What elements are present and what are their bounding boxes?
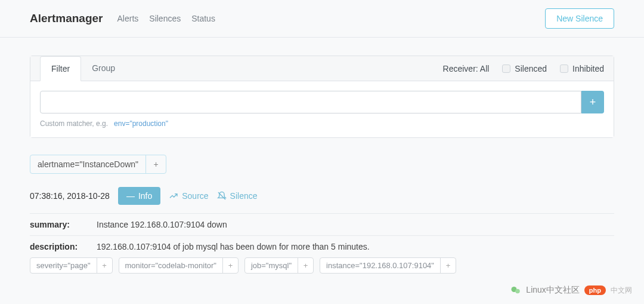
- filter-tag-alertname[interactable]: alertname="InstanceDown" +: [30, 155, 166, 174]
- php-badge: php: [584, 285, 606, 291]
- tab-filter[interactable]: Filter: [40, 56, 81, 81]
- label-text: instance="192.168.0.107:9104": [320, 258, 440, 273]
- label-add[interactable]: +: [440, 258, 456, 273]
- label-monitor[interactable]: monitor="codelab-monitor" +: [119, 257, 239, 274]
- checkbox-icon: [560, 65, 568, 73]
- tabs: Filter Group: [40, 56, 126, 81]
- watermark: Linux中文社区 php 中文网: [510, 285, 632, 291]
- nav-silences[interactable]: Silences: [149, 14, 181, 23]
- inhibited-checkbox[interactable]: Inhibited: [560, 64, 604, 73]
- hint-example-link[interactable]: env="production": [114, 119, 168, 128]
- new-silence-button[interactable]: New Silence: [545, 8, 614, 29]
- source-button-label: Source: [182, 191, 208, 201]
- filter-body: + Custom matcher, e.g. env="production": [30, 81, 614, 137]
- bell-off-icon: [217, 191, 227, 201]
- label-add[interactable]: +: [97, 258, 112, 273]
- summary-value: Instance 192.168.0.107:9104 down: [97, 220, 614, 229]
- filter-tag-text: alertname="InstanceDown": [30, 155, 145, 173]
- alert-timestamp: 07:38:16, 2018-10-28: [30, 191, 110, 201]
- label-job[interactable]: job="mysql" +: [244, 257, 314, 274]
- label-text: monitor="codelab-monitor": [119, 258, 222, 273]
- info-button[interactable]: — Info: [118, 187, 160, 205]
- description-row: description: 192.168.0.107:9104 of job m…: [30, 235, 614, 257]
- checkbox-icon: [502, 65, 510, 73]
- tab-group[interactable]: Group: [81, 56, 126, 81]
- label-add[interactable]: +: [222, 258, 238, 273]
- watermark-text: Linux中文社区: [526, 285, 579, 291]
- wechat-icon: [510, 285, 521, 291]
- description-value: 192.168.0.107:9104 of job mysql has been…: [97, 242, 614, 251]
- active-filters: alertname="InstanceDown" +: [30, 155, 614, 174]
- label-text: severity="page": [30, 258, 97, 273]
- filter-tab-row: Filter Group Receiver: All Silenced Inhi…: [30, 56, 614, 81]
- nav-alerts[interactable]: Alerts: [117, 14, 139, 23]
- silenced-label: Silenced: [515, 64, 547, 73]
- chart-icon: [169, 191, 178, 201]
- inhibited-label: Inhibited: [572, 64, 604, 73]
- alert-labels: severity="page" + monitor="codelab-monit…: [30, 257, 614, 274]
- label-instance[interactable]: instance="192.168.0.107:9104" +: [320, 257, 456, 274]
- label-severity[interactable]: severity="page" +: [30, 257, 113, 274]
- filter-input[interactable]: [40, 91, 581, 113]
- source-button[interactable]: Source: [169, 191, 208, 201]
- label-add[interactable]: +: [298, 258, 313, 273]
- add-filter-button[interactable]: +: [581, 91, 604, 113]
- minus-icon: —: [126, 191, 135, 201]
- summary-row: summary: Instance 192.168.0.107:9104 dow…: [30, 213, 614, 235]
- filter-card: Filter Group Receiver: All Silenced Inhi…: [30, 56, 614, 138]
- nav-left: Alertmanager Alerts Silences Status: [30, 12, 215, 25]
- filter-tag-add[interactable]: +: [145, 155, 166, 173]
- brand: Alertmanager: [30, 12, 103, 25]
- main-content: Filter Group Receiver: All Silenced Inhi…: [0, 38, 644, 291]
- nav-status[interactable]: Status: [191, 14, 215, 23]
- receiver-label: Receiver: All: [443, 64, 490, 73]
- silence-button-label: Silence: [230, 191, 258, 201]
- top-nav: Alertmanager Alerts Silences Status New …: [0, 0, 644, 38]
- silence-button[interactable]: Silence: [217, 191, 258, 201]
- filter-hint: Custom matcher, e.g. env="production": [40, 119, 604, 128]
- info-button-label: Info: [138, 191, 152, 201]
- filter-options: Receiver: All Silenced Inhibited: [443, 64, 604, 73]
- silenced-checkbox[interactable]: Silenced: [502, 64, 547, 73]
- filter-input-row: +: [40, 91, 604, 113]
- label-text: job="mysql": [245, 258, 298, 273]
- alert-header: 07:38:16, 2018-10-28 — Info Source Silen…: [30, 187, 614, 205]
- summary-label: summary:: [30, 220, 97, 229]
- hint-prefix: Custom matcher, e.g.: [40, 119, 108, 128]
- nav-links: Alerts Silences Status: [117, 14, 215, 23]
- watermark-sub: 中文网: [611, 285, 632, 292]
- description-label: description:: [30, 242, 97, 251]
